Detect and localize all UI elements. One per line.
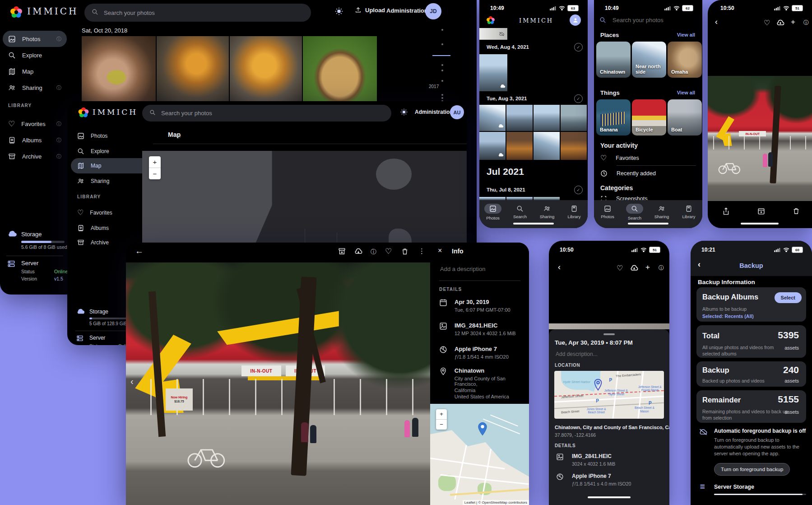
add-icon[interactable]: + [791, 18, 795, 27]
sheet-drag-handle[interactable] [603, 333, 615, 335]
description-input[interactable] [555, 351, 656, 358]
zoom-out-button[interactable]: − [149, 168, 161, 179]
administration-link[interactable]: Administration [386, 7, 428, 14]
search-bar[interactable] [84, 4, 311, 22]
activity-item-favorites[interactable]: ♡ Favorites [600, 154, 639, 162]
photo-thumbnail[interactable] [506, 105, 533, 131]
back-chevron-icon[interactable]: ‹ [715, 17, 718, 27]
place-card[interactable]: Near north side [632, 42, 666, 78]
zoom-out-button[interactable]: − [436, 419, 447, 430]
location-map[interactable]: + − Leaflet | © OpenStreetMap contributo… [430, 404, 529, 505]
sidebar-item-explore[interactable]: Explore [3, 47, 67, 63]
select-button[interactable]: Select [775, 292, 802, 303]
select-group-icon[interactable]: ✓ [574, 186, 583, 194]
sidebar-item-albums[interactable]: Albums ⓘ [3, 132, 67, 148]
profile-avatar[interactable] [570, 14, 581, 26]
sidebar-item-sharing[interactable]: Sharing ⓘ [3, 79, 67, 96]
share-icon[interactable] [722, 207, 730, 217]
photo-thumbnail[interactable] [534, 132, 560, 160]
photo-thumbnail[interactable] [82, 36, 156, 102]
map-zoom-control[interactable]: + − [149, 156, 161, 179]
nav-item-photos[interactable]: Photos [480, 204, 506, 220]
location-title[interactable]: Chinatown [455, 367, 529, 374]
download-cloud-icon[interactable] [354, 248, 362, 257]
turn-on-foreground-backup-button[interactable]: Turn on foreground backup [714, 463, 790, 476]
favorite-heart-icon[interactable]: ♡ [617, 264, 623, 272]
select-group-icon[interactable]: ✓ [574, 94, 583, 103]
home-indicator[interactable] [513, 223, 554, 224]
nav-item-sharing[interactable]: Sharing [649, 204, 674, 219]
back-chevron-icon[interactable]: ‹ [558, 262, 561, 272]
nav-item-library[interactable]: Library [676, 204, 701, 219]
add-icon[interactable]: + [645, 263, 650, 272]
home-indicator[interactable] [588, 496, 631, 498]
user-avatar[interactable]: JD [425, 3, 441, 19]
photo-thumbnail[interactable] [534, 105, 560, 131]
back-icon[interactable]: ← [135, 246, 144, 256]
sidebar-item-archive[interactable]: Archive ⓘ [3, 148, 67, 164]
photo-thumbnail[interactable] [479, 132, 506, 160]
places-view-all-link[interactable]: View all [677, 32, 695, 37]
activity-item-recently-added[interactable]: Recently added [600, 170, 656, 177]
photo-thumbnail[interactable] [303, 36, 377, 102]
close-icon[interactable]: × [438, 247, 442, 255]
place-card[interactable]: Omaha [668, 42, 702, 78]
search-bar[interactable] [599, 16, 690, 24]
thing-card[interactable]: Banana [596, 99, 631, 136]
home-indicator[interactable] [741, 223, 779, 224]
photo-thumbnail[interactable] [157, 36, 229, 102]
nav-item-search[interactable]: Search [622, 204, 647, 220]
prev-photo-chevron[interactable]: ‹ [130, 376, 134, 387]
sidebar-item-map[interactable]: Map [3, 63, 67, 79]
select-group-icon[interactable]: ✓ [574, 43, 583, 51]
photo-thumbnail-sliver[interactable] [506, 197, 533, 200]
photo-thumbnail-partial[interactable] [479, 28, 507, 40]
add-to-album-icon[interactable] [757, 207, 765, 217]
nav-item-library[interactable]: Library [561, 204, 587, 219]
archive-icon[interactable] [338, 248, 346, 257]
info-icon[interactable]: ⓘ [56, 153, 61, 160]
photo-view[interactable]: IN-N-OUT [708, 76, 812, 201]
description-input[interactable] [439, 265, 522, 273]
photo-thumbnail[interactable] [506, 132, 533, 160]
nav-item-photos[interactable]: Photos [595, 204, 620, 219]
info-icon[interactable]: ⓘ [56, 121, 61, 127]
favorite-heart-icon[interactable]: ♡ [764, 19, 770, 27]
sidebar-item-favorites[interactable]: ♡ Favorites ⓘ [3, 116, 67, 132]
favorite-heart-icon[interactable]: ♡ [385, 247, 392, 256]
photo-thumbnail[interactable] [561, 105, 587, 131]
info-icon[interactable]: ⓘ [56, 36, 61, 42]
sidebar-item-photos[interactable]: Photos ⓘ [3, 31, 67, 47]
search-input[interactable] [160, 109, 373, 117]
photo-thumbnail[interactable] [230, 36, 302, 102]
info-icon[interactable]: ⓘ [803, 19, 809, 27]
search-input[interactable] [103, 9, 296, 17]
photo-thumbnail[interactable] [561, 132, 587, 160]
upload-cloud-icon[interactable] [776, 19, 784, 28]
location-map[interactable]: The Embarcadero Hyde Street Harbor Jeffe… [554, 371, 664, 419]
home-indicator[interactable] [628, 223, 668, 224]
photo-viewer[interactable]: IN-N-OUT IN-N-OUT Now Hiring $18.75 ‹ [126, 262, 430, 505]
map-zoom-control[interactable]: + − [436, 409, 447, 430]
theme-toggle-sun-icon[interactable] [335, 7, 343, 17]
thing-card[interactable]: Bicycle [632, 99, 666, 136]
timeline-scrubber-handle[interactable] [432, 55, 450, 56]
search-input[interactable] [612, 16, 690, 24]
photo-thumbnail[interactable] [479, 54, 507, 91]
photo-thumbnail-sliver[interactable] [534, 197, 560, 200]
photo-thumbnail[interactable] [479, 105, 506, 131]
zoom-in-button[interactable]: + [149, 156, 161, 168]
things-view-all-link[interactable]: View all [677, 90, 695, 95]
photo-thumbnail-sliver[interactable] [479, 197, 506, 200]
administration-link[interactable]: Administration [415, 109, 453, 115]
nav-item-sharing[interactable]: Sharing [534, 204, 560, 219]
photo-bottom-sliver[interactable] [549, 323, 669, 329]
search-bar[interactable] [142, 105, 391, 122]
info-icon[interactable]: ⓘ [659, 264, 664, 272]
trash-icon[interactable] [793, 207, 800, 217]
user-avatar[interactable]: AU [450, 105, 464, 119]
download-cloud-icon[interactable] [630, 265, 638, 273]
nav-item-search[interactable]: Search [507, 204, 533, 219]
theme-toggle-sun-icon[interactable] [400, 108, 408, 117]
info-icon[interactable]: ⓘ [56, 84, 61, 91]
